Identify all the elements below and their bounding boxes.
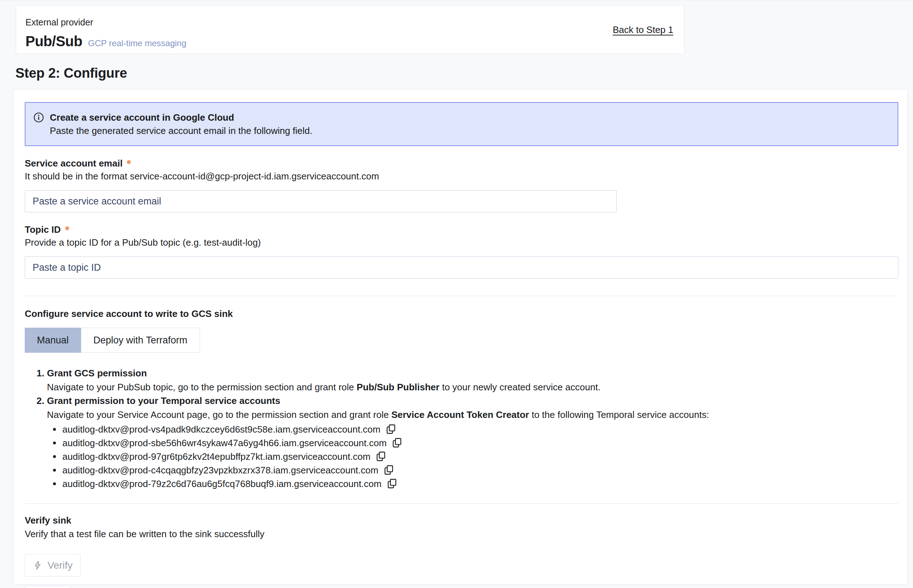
info-icon	[33, 112, 44, 123]
list-item: auditlog-dktxv@prod-vs4padk9dkczcey6d6st…	[53, 423, 898, 436]
copy-icon[interactable]	[387, 478, 397, 490]
step-title-row: Grant permission to your Temporal servic…	[37, 394, 898, 407]
tab-manual[interactable]: Manual	[25, 328, 81, 353]
deploy-method-tabs: Manual Deploy with Terraform	[25, 328, 200, 353]
step-title: Grant GCS permission	[47, 366, 147, 380]
tab-deploy-with-terraform[interactable]: Deploy with Terraform	[81, 328, 200, 353]
topic-id-helper: Provide a topic ID for a Pub/Sub topic (…	[25, 237, 898, 248]
service-account-email: auditlog-dktxv@prod-97gr6tp6zkv2t4epubff…	[62, 451, 371, 462]
step-title: Grant permission to your Temporal servic…	[47, 394, 280, 407]
service-account-email-label: Service account email	[25, 158, 123, 169]
verify-sink-description: Verify that a test file can be written t…	[25, 528, 898, 540]
section-divider	[25, 296, 898, 296]
info-banner-description: Paste the generated service account emai…	[50, 124, 312, 137]
verify-sink-title: Verify sink	[25, 515, 898, 526]
create-button[interactable]: Create	[25, 586, 71, 588]
manual-steps-list: Grant GCS permission Navigate to your Pu…	[37, 366, 898, 491]
temporal-service-accounts-list: auditlog-dktxv@prod-vs4padk9dkczcey6d6st…	[53, 423, 898, 491]
service-account-email: auditlog-dktxv@prod-c4cqaqgbfzy23vpzkbxz…	[62, 465, 379, 476]
list-item: auditlog-dktxv@prod-79z2c6d76au6g5fcq768…	[53, 477, 898, 491]
copy-icon[interactable]	[376, 451, 386, 463]
service-account-email: auditlog-dktxv@prod-vs4padk9dkczcey6d6st…	[62, 424, 380, 435]
provider-label: External provider	[26, 17, 186, 27]
role-name: Pub/Sub Publisher	[356, 382, 439, 393]
step-body: Navigate to your PubSub topic, go to the…	[47, 380, 898, 394]
required-indicator	[65, 226, 69, 230]
topic-id-label-row: Topic ID	[25, 224, 898, 235]
service-account-email-input[interactable]	[25, 190, 617, 212]
step-text: Navigate to your PubSub topic, go to the…	[47, 382, 356, 393]
back-to-step-1-link[interactable]: Back to Step 1	[613, 24, 673, 36]
topic-id-input[interactable]	[25, 257, 898, 279]
step-grant-temporal-permission: Grant permission to your Temporal servic…	[37, 394, 898, 491]
step-title-row: Grant GCS permission	[37, 366, 898, 380]
verify-button[interactable]: Verify	[25, 554, 81, 577]
provider-card: External provider Pub/Sub GCP real-time …	[16, 5, 685, 54]
list-item: auditlog-dktxv@prod-97gr6tp6zkv2t4epubff…	[53, 450, 898, 464]
step-text: Navigate to your Service Account page, g…	[47, 409, 391, 420]
role-name: Service Account Token Creator	[391, 409, 529, 420]
required-indicator	[127, 160, 131, 164]
step-body: Navigate to your Service Account page, g…	[47, 407, 898, 422]
service-account-email: auditlog-dktxv@prod-79z2c6d76au6g5fcq768…	[62, 478, 382, 489]
provider-subtitle: GCP real-time messaging	[88, 38, 186, 48]
step-grant-gcs-permission: Grant GCS permission Navigate to your Pu…	[37, 366, 898, 394]
copy-icon[interactable]	[385, 423, 396, 435]
configure-card: Create a service account in Google Cloud…	[13, 89, 908, 585]
info-banner: Create a service account in Google Cloud…	[25, 102, 898, 146]
configure-section-title: Configure service account to write to GC…	[25, 309, 898, 320]
list-item: auditlog-dktxv@prod-c4cqaqgbfzy23vpzkbxz…	[53, 464, 898, 477]
provider-name-row: Pub/Sub GCP real-time messaging	[26, 33, 186, 49]
provider-info: External provider Pub/Sub GCP real-time …	[26, 17, 186, 49]
info-banner-title: Create a service account in Google Cloud	[50, 111, 312, 124]
list-item: auditlog-dktxv@prod-sbe56h6wr4sykaw47a6y…	[53, 436, 898, 450]
step-text: to the following Temporal service accoun…	[529, 409, 709, 420]
section-divider	[25, 504, 898, 504]
page-title: Step 2: Configure	[15, 66, 127, 81]
copy-icon[interactable]	[392, 437, 402, 449]
topic-id-label: Topic ID	[25, 224, 61, 235]
service-account-email: auditlog-dktxv@prod-sbe56h6wr4sykaw47a6y…	[62, 438, 387, 449]
provider-name: Pub/Sub	[26, 33, 83, 49]
service-account-email-label-row: Service account email	[25, 158, 898, 169]
service-account-email-helper: It should be in the format service-accou…	[25, 171, 898, 182]
copy-icon[interactable]	[384, 464, 394, 476]
lightning-icon	[32, 561, 43, 570]
step-text: to your newly created service account.	[439, 382, 600, 393]
info-banner-text: Create a service account in Google Cloud…	[50, 111, 312, 137]
verify-button-label: Verify	[47, 560, 72, 571]
